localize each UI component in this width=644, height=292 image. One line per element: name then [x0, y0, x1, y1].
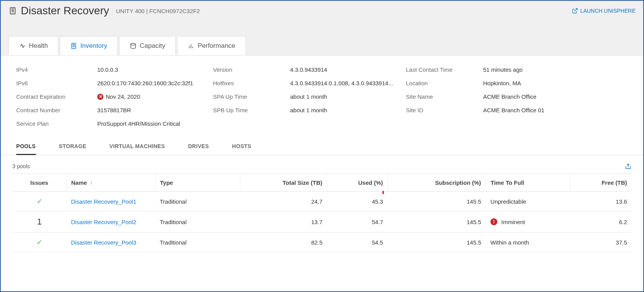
col-total[interactable]: Total Size (TB) — [240, 174, 327, 192]
col-ttf[interactable]: Time To Full — [486, 174, 570, 192]
contract-exp-text: Nov 24, 2020 — [106, 93, 140, 100]
tab-performance-label: Performance — [198, 42, 235, 50]
capacity-icon — [130, 42, 137, 49]
col-subscription[interactable]: Subscription (%) — [388, 174, 486, 192]
cell-ttf: Within a month — [486, 233, 570, 252]
spa-label: SPA Up Time — [213, 93, 290, 100]
spa-value: about 1 month — [290, 93, 406, 100]
error-icon: ✕ — [97, 94, 103, 100]
export-icon[interactable] — [625, 163, 632, 170]
cell-total: 13.7 — [240, 211, 327, 233]
sub-tab-hosts[interactable]: HOSTS — [232, 138, 251, 155]
system-identifier: UNITY 400 | FCNCH0972C32F2 — [116, 8, 200, 14]
location-value: Hopkinton, MA — [483, 80, 583, 86]
ipv4-label: IPv4 — [16, 66, 97, 73]
cell-subscription: 145.5 — [388, 192, 486, 211]
last-contact-value: 51 minutes ago — [483, 66, 583, 73]
system-icon — [8, 7, 17, 15]
sub-tab-vms[interactable]: VIRTUAL MACHINES — [110, 138, 165, 155]
external-link-icon — [572, 8, 578, 14]
sub-tab-pools[interactable]: POOLS — [16, 138, 36, 155]
cell-free: 13.6 — [570, 192, 632, 211]
col-free[interactable]: Free (TB) — [570, 174, 632, 192]
launch-unisphere-label: LAUNCH UNISPHERE — [580, 8, 636, 14]
tab-inventory[interactable]: Inventory — [60, 36, 118, 55]
pool-count: 3 pools — [12, 163, 30, 169]
version-value: 4.3.0.9433914 — [290, 66, 406, 73]
cell-type: Traditional — [155, 233, 240, 252]
service-plan-value: ProSupport 4HR/Mission Critical — [97, 120, 213, 127]
spb-value: about 1 month — [290, 107, 406, 113]
health-icon — [19, 42, 26, 49]
contract-num-label: Contract Number — [16, 107, 97, 113]
site-name-label: Site Name — [406, 93, 483, 100]
tab-capacity[interactable]: Capacity — [119, 36, 176, 55]
contract-exp-value: ✕ Nov 24, 2020 — [97, 93, 213, 100]
pool-link[interactable]: Disaster Recovery_Pool3 — [71, 239, 136, 246]
hotfixes-label: Hotfixes — [213, 80, 290, 86]
spb-label: SPB Up Time — [213, 107, 290, 113]
service-plan-label: Service Plan — [16, 120, 97, 127]
version-label: Version — [213, 66, 290, 73]
cell-free: 37.5 — [570, 233, 632, 252]
col-name-label: Name — [71, 179, 87, 186]
tab-health-label: Health — [29, 42, 48, 50]
page-title: Disaster Recovery — [21, 5, 109, 17]
pools-table: Issues Name ↑ Type Total Size (TB) Used … — [12, 174, 632, 252]
cell-free: 6.2 — [570, 211, 632, 233]
tab-capacity-label: Capacity — [140, 42, 165, 50]
cell-issues: 1 — [12, 211, 66, 233]
col-used[interactable]: Used (%) — [327, 174, 388, 192]
inventory-icon — [70, 42, 77, 49]
inventory-sub-tabs: POOLS STORAGE VIRTUAL MACHINES DRIVES HO… — [1, 138, 643, 155]
hotfixes-value: 4.3.0.9433914.0.1.008, 4.3.0.9433914... — [290, 80, 406, 86]
check-icon: ✓ — [37, 238, 42, 246]
tab-performance[interactable]: Performance — [177, 36, 245, 55]
pool-link[interactable]: Disaster Recovery_Pool2 — [71, 219, 136, 225]
cell-ttf: Unpredictable — [486, 192, 570, 211]
ipv6-label: IPv6 — [16, 80, 97, 86]
site-id-value: ACME Branch Office 01 — [483, 107, 583, 113]
issue-count: 1 — [37, 217, 42, 226]
alert-icon: ! — [490, 218, 497, 225]
ipv6-value: 2620:0:170:7430:260:1600:3c2c:32f1 — [97, 80, 213, 86]
site-id-label: Site ID — [406, 107, 483, 113]
col-type[interactable]: Type — [155, 174, 240, 192]
col-name[interactable]: Name ↑ — [66, 174, 155, 192]
cell-ttf: !Imminent — [486, 211, 570, 233]
table-row[interactable]: ✓Disaster Recovery_Pool3Traditional82.55… — [12, 233, 632, 252]
cell-type: Traditional — [155, 211, 240, 233]
svg-point-9 — [131, 43, 135, 45]
main-tab-strip: Health Inventory Capacity Performance — [1, 17, 643, 55]
table-row[interactable]: ✓Disaster Recovery_Pool1Traditional24.74… — [12, 192, 632, 211]
cell-used: 54.7 — [327, 211, 388, 233]
location-label: Location — [406, 80, 483, 86]
table-row[interactable]: 1Disaster Recovery_Pool2Traditional13.75… — [12, 211, 632, 233]
col-issues[interactable]: Issues — [12, 174, 66, 192]
inventory-details: IPv4 10.0.0.3 Version 4.3.0.9433914 Last… — [1, 56, 643, 138]
cell-name: Disaster Recovery_Pool2 — [66, 211, 155, 233]
last-contact-label: Last Contact Time — [406, 66, 483, 73]
site-name-value: ACME Branch Office — [483, 93, 583, 100]
cell-issues: ✓ — [12, 233, 66, 252]
sub-tab-drives[interactable]: DRIVES — [188, 138, 209, 155]
tab-health[interactable]: Health — [8, 36, 58, 55]
threshold-marker — [382, 191, 384, 194]
sort-ascending-icon: ↑ — [90, 180, 93, 186]
pool-link[interactable]: Disaster Recovery_Pool1 — [71, 198, 136, 205]
ipv4-value: 10.0.0.3 — [97, 66, 213, 73]
cell-total: 24.7 — [240, 192, 327, 211]
cell-total: 82.5 — [240, 233, 327, 252]
tab-inventory-label: Inventory — [80, 42, 107, 50]
launch-unisphere-link[interactable]: LAUNCH UNISPHERE — [572, 8, 636, 14]
svg-line-4 — [575, 8, 577, 11]
cell-issues: ✓ — [12, 192, 66, 211]
cell-used: 45.3 — [327, 192, 388, 211]
contract-num-value: 31578817BR — [97, 107, 213, 113]
cell-type: Traditional — [155, 192, 240, 211]
performance-icon — [188, 42, 194, 49]
sub-tab-storage[interactable]: STORAGE — [59, 138, 86, 155]
check-icon: ✓ — [37, 197, 42, 205]
contract-exp-label: Contract Expiration — [16, 93, 97, 100]
col-used-label: Used (%) — [358, 179, 383, 186]
